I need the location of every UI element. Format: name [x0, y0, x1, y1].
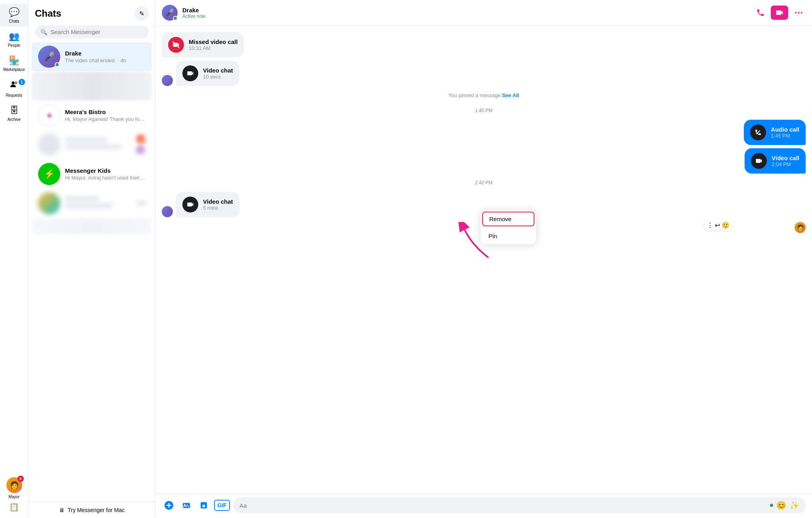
- sparkle-icon[interactable]: ✨: [789, 501, 799, 510]
- archive-icon: 🗄: [10, 105, 19, 116]
- files-button[interactable]: ▣: [197, 498, 211, 512]
- new-chat-button[interactable]: ✎: [134, 6, 149, 21]
- messenger-kids-info: Messenger Kids Hi Mayur, Aviraj hasn't u…: [65, 167, 146, 181]
- more-options-icon[interactable]: ⋮: [707, 222, 713, 229]
- audio-call-row: Audio call 1:45 PM: [162, 120, 806, 145]
- video-chat-5-icon: [182, 197, 198, 212]
- emoji-input-icon[interactable]: 😊: [776, 501, 786, 510]
- topbar-contact-name: Drake: [182, 7, 749, 13]
- video-chat-10-info: Video chat 10 secs: [203, 67, 233, 80]
- video-call-button[interactable]: [771, 6, 788, 20]
- sidebar-item-label: Chats: [9, 19, 19, 23]
- svg-point-1: [14, 82, 17, 84]
- emoji-reaction-icon[interactable]: 🙂: [722, 222, 730, 229]
- marketplace-icon: 🏪: [9, 55, 19, 66]
- sidebar-item-archive[interactable]: 🗄 Archive: [0, 102, 28, 125]
- edit-icon: ✎: [139, 10, 144, 17]
- video-chat-5-duration: 5 mins: [203, 205, 233, 211]
- video-chat-10-bubble: Video chat 10 secs: [176, 61, 239, 86]
- messenger-kids-name: Messenger Kids: [65, 167, 146, 174]
- messenger-kids-preview: Hi Mayur, Aviraj hasn't used their Mes..…: [65, 175, 146, 181]
- pin-menu-item[interactable]: Pin: [481, 228, 536, 244]
- people-icon: 👥: [9, 31, 19, 42]
- sidebar-item-label: Marketplace: [3, 67, 25, 72]
- monitor-icon: 🖥: [59, 507, 65, 513]
- meera-preview: Hi, Mayur Agarwal! Thank you for co... 2…: [65, 116, 146, 122]
- try-messenger-text: Try Messenger for Mac: [68, 507, 124, 513]
- audio-call-icon: [750, 124, 766, 140]
- video-call-bubble: Video call 2:04 PM: [745, 148, 806, 174]
- blurred-chat-item-1: [32, 72, 152, 100]
- phone-call-button[interactable]: [753, 6, 768, 20]
- video-chat-5-bubble: Video chat 5 mins: [176, 192, 239, 217]
- video-chat-5-info: Video chat 5 mins: [203, 198, 233, 211]
- blurred-small-avatar-2: [136, 145, 146, 155]
- chat-item-drake[interactable]: 🎤 Drake The video chat ended. · 4h: [32, 42, 152, 71]
- missed-call-time: 10:31 AM: [189, 45, 237, 51]
- topbar-online-dot: [173, 16, 178, 21]
- chats-header: Chats ✎: [29, 0, 155, 24]
- remove-menu-item[interactable]: Remove: [482, 212, 534, 226]
- drake-avatar-wrap: 🎤: [38, 46, 60, 68]
- svg-point-0: [11, 82, 14, 84]
- sidebar-item-people[interactable]: 👥 People: [0, 28, 28, 51]
- photo-button[interactable]: [179, 498, 193, 512]
- search-input[interactable]: [50, 29, 143, 35]
- search-container: 🔍: [35, 25, 149, 38]
- online-dot-input: [770, 504, 773, 507]
- chats-icon: 💬: [9, 7, 19, 17]
- chats-title: Chats: [35, 8, 61, 19]
- pinned-message-notice: You pinned a message. See All: [162, 92, 806, 98]
- blurred-text: [65, 138, 136, 152]
- gif-button[interactable]: GIF: [214, 500, 230, 511]
- more-options-button[interactable]: ⋯: [791, 6, 806, 20]
- chat-item-meera[interactable]: 🌸 Meera's Bistro Hi, Mayur Agarwal! Than…: [32, 101, 152, 130]
- reply-icon[interactable]: ↩: [715, 222, 720, 229]
- video-chat-10-duration: 10 secs: [203, 74, 233, 80]
- sidebar-item-marketplace[interactable]: 🏪 Marketplace: [0, 52, 28, 75]
- messenger-kids-avatar-wrap: ⚡: [38, 163, 60, 185]
- sidebar-bottom: 🧑 8 Mayur 📋: [0, 474, 28, 515]
- pinned-text: You pinned a message.: [448, 92, 502, 98]
- video-chat-icon: [182, 65, 198, 81]
- meera-name: Meera's Bistro: [65, 109, 146, 115]
- drake-preview: The video chat ended. · 4h: [65, 57, 146, 63]
- user-avatar[interactable]: 🧑 8: [6, 477, 22, 493]
- missed-call-icon: [168, 37, 184, 53]
- blurred-chat-item-3: · 12w: [32, 189, 152, 218]
- missed-video-call-row: Missed video call 10:31 AM: [162, 32, 806, 57]
- contacts-icon[interactable]: 📋: [9, 502, 19, 512]
- sidebar-item-chats[interactable]: 💬 Chats: [0, 4, 28, 27]
- message-input[interactable]: [239, 502, 767, 509]
- audio-call-bubble: Audio call 1:45 PM: [744, 120, 806, 145]
- online-indicator: [55, 62, 59, 67]
- input-right-icons: 😊 ✨: [770, 501, 799, 510]
- message-reaction-bar: ⋮ ↩ 🙂: [704, 220, 733, 231]
- drake-info: Drake The video chat ended. · 4h: [65, 50, 146, 63]
- search-icon: 🔍: [40, 29, 47, 35]
- meera-avatar-wrap: 🌸: [38, 104, 60, 126]
- chat-item-messenger-kids[interactable]: ⚡ Messenger Kids Hi Mayur, Aviraj hasn't…: [32, 160, 152, 188]
- try-messenger-banner[interactable]: 🖥 Try Messenger for Mac: [29, 502, 155, 518]
- blurred-small-avatar: [136, 134, 146, 144]
- sidebar: 💬 Chats 👥 People 🏪 Marketplace Requests …: [0, 0, 29, 518]
- audio-call-time: 1:45 PM: [771, 133, 799, 139]
- missed-video-call-bubble: Missed video call 10:31 AM: [162, 32, 244, 57]
- user-notification-badge: 8: [17, 476, 24, 482]
- video-call-info: Video call 2:04 PM: [772, 155, 799, 167]
- meera-info: Meera's Bistro Hi, Mayur Agarwal! Thank …: [65, 109, 146, 122]
- video-call-time: 2:04 PM: [772, 161, 799, 167]
- topbar-info: Drake Active now: [182, 7, 749, 19]
- video-call-row: Video call 2:04 PM: [162, 148, 806, 174]
- video-chat-10-type: Video chat: [203, 67, 233, 74]
- blurred-chat-item-4: [32, 218, 152, 234]
- sidebar-item-requests[interactable]: Requests 1: [0, 76, 28, 101]
- svg-text:▣: ▣: [202, 504, 205, 508]
- add-button[interactable]: [162, 498, 176, 512]
- blurred-text-3: [65, 196, 134, 210]
- blurred-avatar-3: [38, 192, 60, 214]
- messenger-kids-avatar: ⚡: [38, 163, 60, 185]
- drake-name: Drake: [65, 50, 146, 57]
- see-all-link[interactable]: See All: [502, 92, 519, 98]
- blurred-chat-item-2: [32, 130, 152, 159]
